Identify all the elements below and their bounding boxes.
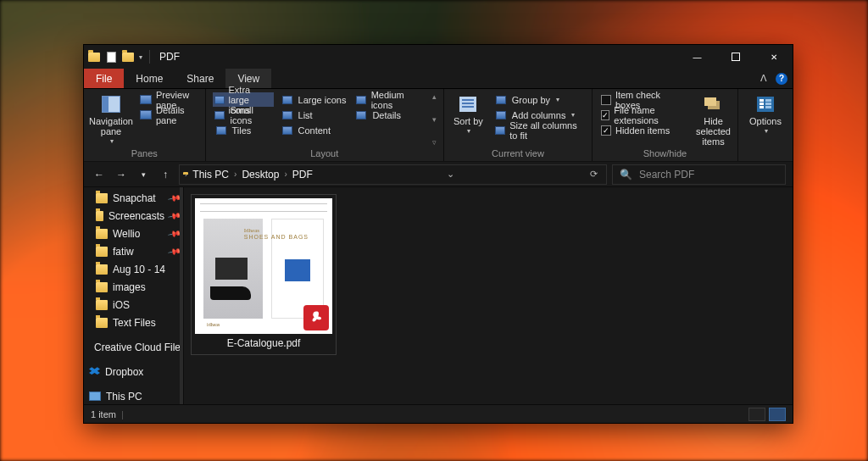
medium-icons-icon: [354, 93, 366, 107]
folder-icon: [96, 247, 108, 257]
group-label: Layout: [213, 147, 437, 159]
details-pane-icon: [140, 108, 152, 122]
group-label: Current view: [451, 147, 585, 159]
sidebar-item[interactable]: iOS: [84, 296, 183, 314]
scroll-down-icon[interactable]: ▾: [432, 115, 437, 124]
address-dropdown-icon[interactable]: ⌄: [442, 169, 459, 180]
preview-pane-icon: [140, 93, 152, 107]
sort-by-button[interactable]: Sort by▾: [451, 92, 486, 147]
sidebar-item[interactable]: fatiw📌: [84, 242, 183, 260]
chevron-right-icon[interactable]: ›: [234, 169, 236, 179]
add-columns-icon: [494, 108, 508, 122]
help-icon[interactable]: ?: [776, 73, 787, 85]
file-item[interactable]: IdheasSHOES AND BAGS idheas E-Catalogue.…: [191, 194, 337, 355]
chevron-down-icon[interactable]: ▾: [139, 53, 142, 61]
folder-icon: [96, 300, 108, 310]
title-bar[interactable]: ▾ PDF — ✕: [84, 45, 793, 69]
pin-icon: 📌: [168, 245, 181, 258]
maximize-button[interactable]: [716, 45, 754, 69]
folder-icon: [96, 318, 108, 328]
layout-details[interactable]: Details: [353, 108, 424, 122]
sidebar-item[interactable]: Screencasts📌: [84, 207, 183, 225]
list-icon: [281, 108, 294, 122]
layout-small[interactable]: Small icons: [213, 108, 274, 122]
sort-icon: [456, 94, 480, 114]
layout-tiles[interactable]: Tiles: [213, 123, 274, 137]
search-input[interactable]: 🔍 Search PDF: [612, 164, 786, 185]
expand-icon[interactable]: ▿: [432, 138, 437, 147]
group-label: Show/hide: [599, 147, 731, 159]
folder-icon: [96, 264, 108, 275]
sidebar-item[interactable]: Snapchat📌: [84, 189, 183, 207]
hidden-items-toggle[interactable]: Hidden items: [599, 123, 689, 137]
ribbon-collapse-icon[interactable]: ᐱ: [760, 73, 767, 84]
tab-file[interactable]: File: [84, 69, 124, 88]
file-thumbnail: IdheasSHOES AND BAGS idheas: [195, 198, 332, 334]
xl-icons-icon: [214, 93, 225, 107]
folder-icon: [96, 211, 103, 221]
close-button[interactable]: ✕: [754, 45, 793, 69]
hide-selected-button[interactable]: Hide selected items: [696, 92, 731, 147]
back-button[interactable]: ←: [91, 166, 108, 183]
details-view-button[interactable]: [748, 408, 765, 421]
minimize-button[interactable]: —: [678, 45, 716, 69]
breadcrumb[interactable]: PDF: [289, 169, 316, 181]
breadcrumb[interactable]: Desktop: [238, 169, 282, 181]
pdf-icon: [303, 305, 329, 330]
window-title: PDF: [159, 51, 180, 63]
breadcrumb[interactable]: This PC: [189, 169, 232, 181]
group-label: Panes: [91, 147, 198, 159]
group-by-button[interactable]: Group by▾: [492, 92, 585, 107]
chevron-right-icon[interactable]: ›: [284, 169, 287, 179]
dropbox-icon: [89, 367, 100, 376]
pin-icon: 📌: [168, 209, 181, 223]
sidebar-item[interactable]: Wellio📌: [84, 225, 183, 242]
explorer-window: ▾ PDF — ✕ File Home Share View ᐱ ? Navig…: [83, 44, 793, 424]
ribbon-tabs: File Home Share View ᐱ ?: [84, 69, 793, 89]
file-extensions-toggle[interactable]: File name extensions: [599, 108, 689, 122]
pc-icon: [89, 392, 101, 401]
navigation-pane-button[interactable]: Navigation pane ▾: [91, 92, 131, 147]
layout-medium[interactable]: Medium icons: [353, 92, 424, 107]
up-button[interactable]: ↑: [157, 166, 174, 183]
content-icon: [281, 124, 294, 137]
pin-icon: 📌: [168, 227, 181, 241]
folder-icon: [121, 50, 135, 64]
file-view[interactable]: IdheasSHOES AND BAGS idheas E-Catalogue.…: [184, 187, 793, 404]
folder-icon: [96, 282, 108, 292]
file-name: E-Catalogue.pdf: [227, 334, 301, 351]
refresh-button[interactable]: ⟳: [585, 169, 603, 180]
ribbon: Navigation pane ▾ Preview pane Details p…: [84, 89, 793, 162]
sidebar-item[interactable]: Text Files: [84, 314, 183, 331]
sidebar-item-creative-cloud[interactable]: Creative Cloud Files: [84, 338, 183, 356]
folder-icon: [96, 229, 108, 239]
options-icon: [754, 94, 777, 114]
sidebar-item[interactable]: Aug 10 - 14: [84, 260, 183, 278]
recent-button[interactable]: ▾: [135, 166, 152, 183]
address-bar-row: ← → ▾ ↑ › This PC › Desktop › PDF ⌄ ⟳ 🔍 …: [84, 162, 793, 187]
folder-icon: [87, 50, 101, 64]
scroll-up-icon[interactable]: ▴: [432, 92, 437, 101]
sidebar-item-this-pc[interactable]: This PC: [84, 387, 183, 404]
folder-icon: [96, 193, 108, 203]
forward-button[interactable]: →: [113, 166, 130, 183]
large-icons-view-button[interactable]: [769, 408, 786, 421]
tab-home[interactable]: Home: [124, 69, 175, 88]
options-button[interactable]: Options▾: [745, 92, 786, 147]
hide-selected-icon: [702, 94, 726, 114]
layout-list[interactable]: List: [279, 108, 348, 122]
group-icon: [494, 93, 508, 107]
status-bar: 1 item |: [84, 404, 793, 423]
navigation-pane[interactable]: Snapchat📌 Screencasts📌 Wellio📌 fatiw📌 Au…: [84, 187, 184, 404]
details-icon: [354, 108, 368, 122]
size-columns-button[interactable]: Size all columns to fit: [492, 123, 585, 137]
sidebar-item[interactable]: images: [84, 278, 183, 296]
details-pane-button[interactable]: Details pane: [138, 108, 198, 122]
address-bar[interactable]: › This PC › Desktop › PDF ⌄ ⟳: [179, 164, 607, 185]
checkbox-icon: [601, 125, 611, 136]
sidebar-item-dropbox[interactable]: Dropbox: [84, 363, 183, 380]
chevron-right-icon[interactable]: ›: [185, 169, 187, 179]
layout-large[interactable]: Large icons: [279, 92, 348, 107]
layout-content[interactable]: Content: [279, 123, 348, 137]
tab-share[interactable]: Share: [175, 69, 225, 88]
